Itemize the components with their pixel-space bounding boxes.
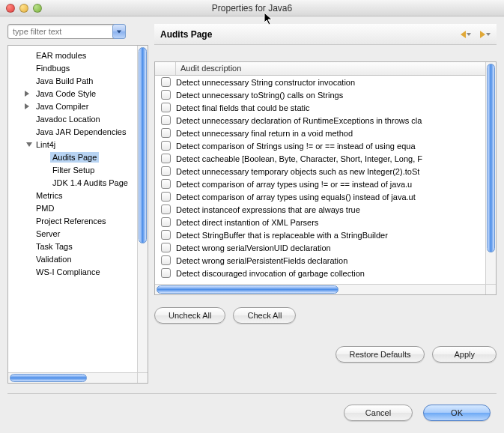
audit-row[interactable]: Detect unnecessary String constructor in…: [155, 76, 485, 88]
apply-button[interactable]: Apply: [432, 346, 497, 363]
description-column-header[interactable]: Audit description: [176, 62, 485, 75]
audit-checkbox[interactable]: [155, 166, 176, 176]
tree-item-label: PMD: [34, 203, 56, 214]
arrow-left-icon: [461, 31, 466, 38]
check-all-button[interactable]: Check All: [233, 307, 296, 324]
audit-checkbox[interactable]: [155, 205, 176, 214]
audit-description: Detect wrong serialPersistentFields decl…: [176, 256, 485, 265]
tree-item[interactable]: Validation: [8, 252, 137, 265]
tree-item[interactable]: Filter Setup: [8, 163, 137, 176]
audit-checkbox[interactable]: [155, 255, 176, 265]
tree-item-label: Javadoc Location: [34, 114, 103, 124]
tree-item[interactable]: Project References: [8, 214, 137, 227]
audit-description: Detect wrong serialVersionUID declaratio…: [176, 243, 485, 252]
audit-row[interactable]: Detect wrong serialPersistentFields decl…: [155, 254, 485, 267]
audit-checkbox[interactable]: [155, 115, 176, 125]
tree-item[interactable]: Lint4j: [8, 138, 137, 151]
audit-description: Detect direct instantion of XML Parsers: [176, 218, 485, 227]
separator: [7, 393, 497, 394]
tree-item[interactable]: Java Build Path: [8, 74, 137, 87]
tree-item-label: Java JAR Dependencies: [34, 127, 128, 137]
audit-checkbox[interactable]: [155, 230, 176, 240]
audit-checkbox[interactable]: [155, 141, 176, 151]
audit-description: Detect comparison of array types using e…: [176, 193, 485, 202]
audit-description: Detect unnecessary toString() calls on S…: [176, 91, 485, 100]
audit-row[interactable]: Detect comparison of array types using !…: [155, 178, 485, 190]
audit-description: Detect unnecessary final return in a voi…: [176, 129, 485, 138]
audit-checkbox[interactable]: [155, 268, 176, 278]
audit-row[interactable]: Detect wrong serialVersionUID declaratio…: [155, 241, 485, 254]
audit-row[interactable]: Detect unnecessary final return in a voi…: [155, 127, 485, 139]
disclosure-triangle-icon[interactable]: [25, 91, 34, 97]
restore-defaults-button[interactable]: Restore Defaults: [336, 346, 425, 363]
tree-item[interactable]: Java Code Style: [8, 87, 137, 100]
audit-checkbox[interactable]: [155, 243, 176, 252]
audit-row[interactable]: Detect unnecessary toString() calls on S…: [155, 88, 485, 101]
audit-row[interactable]: Detect final fields that could be static: [155, 101, 485, 114]
nav-back-button[interactable]: [461, 31, 471, 38]
tree-item-label: WS-I Compliance: [34, 267, 103, 277]
tree-item[interactable]: PMD: [8, 202, 137, 214]
audit-checkbox[interactable]: [155, 77, 176, 87]
tree-item-label: Java Code Style: [34, 88, 98, 99]
tree-item[interactable]: WS-I Compliance: [8, 265, 137, 278]
chevron-down-icon: [467, 33, 471, 36]
audit-row[interactable]: Detect discouraged invocation of garbage…: [155, 267, 485, 279]
tree-item[interactable]: Java Compiler: [8, 100, 137, 112]
audit-checkbox[interactable]: [155, 90, 176, 100]
tree-item[interactable]: Task Tags: [8, 240, 137, 252]
arrow-right-icon: [480, 31, 485, 38]
audit-row[interactable]: Detect instanceof expressions that are a…: [155, 203, 485, 216]
disclosure-triangle-icon[interactable]: [25, 142, 34, 147]
tree-item[interactable]: Java JAR Dependencies: [8, 125, 137, 138]
audit-row[interactable]: Detect StringBuffer that is replaceable …: [155, 228, 485, 241]
audit-row[interactable]: Detect unnecessary temporary objects suc…: [155, 165, 485, 178]
audit-checkbox[interactable]: [155, 128, 176, 138]
audit-description: Detect discouraged invocation of garbage…: [176, 269, 485, 278]
tree-item[interactable]: Findbugs: [8, 61, 137, 74]
tree-item-label: Java Build Path: [34, 76, 95, 86]
audit-checkbox[interactable]: [155, 103, 176, 112]
audit-description: Detect comparison of Strings using != or…: [176, 142, 485, 151]
tree-item[interactable]: Metrics: [8, 189, 137, 202]
tree-item-label: EAR modules: [34, 50, 88, 61]
audits-horizontal-scrollbar[interactable]: [155, 284, 485, 294]
audit-description: Detect unnecessary temporary objects suc…: [176, 167, 485, 176]
audit-row[interactable]: Detect cacheable [Boolean, Byte, Charact…: [155, 152, 485, 165]
tree-item[interactable]: EAR modules: [8, 49, 137, 61]
audits-table: Audit description Detect unnecessary Str…: [154, 61, 497, 295]
audit-description: Detect final fields that could be static: [176, 103, 485, 112]
tree-item-label: Server: [34, 228, 62, 239]
tree-item-label: Filter Setup: [50, 165, 97, 175]
tree-item[interactable]: JDK 1.4 Audits Page: [8, 176, 137, 189]
cancel-button[interactable]: Cancel: [344, 405, 413, 421]
tree-item[interactable]: Javadoc Location: [8, 112, 137, 125]
audit-checkbox[interactable]: [155, 154, 176, 163]
nav-forward-button[interactable]: [480, 31, 491, 38]
audits-vertical-scrollbar[interactable]: [485, 62, 496, 284]
tree-horizontal-scrollbar[interactable]: [8, 372, 137, 383]
audit-row[interactable]: Detect comparison of array types using e…: [155, 190, 485, 203]
scroll-corner: [137, 372, 148, 383]
tree-item-label: Findbugs: [34, 63, 72, 73]
audit-checkbox[interactable]: [155, 217, 176, 227]
window-title: Properties for Java6: [0, 3, 504, 13]
disclosure-triangle-icon[interactable]: [25, 103, 34, 109]
tree-item-label: Task Tags: [34, 241, 75, 252]
uncheck-all-button[interactable]: Uncheck All: [154, 307, 225, 324]
tree-item[interactable]: Audits Page: [8, 151, 137, 163]
page-header: Audits Page: [154, 24, 497, 45]
audit-description: Detect unnecessary String constructor in…: [176, 78, 485, 87]
tree-vertical-scrollbar[interactable]: [137, 46, 148, 372]
audit-checkbox[interactable]: [155, 192, 176, 202]
tree-item-label: Java Compiler: [34, 101, 91, 112]
filter-input[interactable]: [7, 24, 120, 39]
audit-row[interactable]: Detect unnecessary declaration of Runtim…: [155, 114, 485, 127]
audit-row[interactable]: Detect direct instantion of XML Parsers: [155, 216, 485, 228]
audit-checkbox[interactable]: [155, 179, 176, 189]
checkbox-column-header[interactable]: [155, 62, 176, 75]
filter-dropdown-button[interactable]: [112, 24, 126, 39]
ok-button[interactable]: OK: [423, 405, 491, 421]
audit-row[interactable]: Detect comparison of Strings using != or…: [155, 139, 485, 152]
tree-item[interactable]: Server: [8, 227, 137, 240]
